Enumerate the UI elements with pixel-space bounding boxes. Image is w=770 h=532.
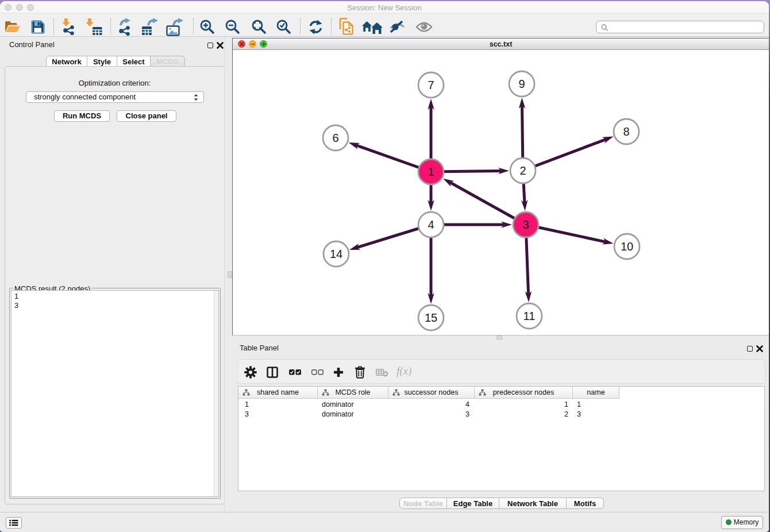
svg-text:4: 4 bbox=[428, 218, 434, 231]
svg-text:14: 14 bbox=[330, 248, 342, 260]
svg-text:11: 11 bbox=[523, 310, 536, 322]
svg-text:3: 3 bbox=[522, 218, 529, 231]
svg-text:2: 2 bbox=[519, 164, 526, 177]
svg-text:8: 8 bbox=[623, 125, 629, 138]
svg-text:1: 1 bbox=[428, 165, 434, 178]
svg-text:6: 6 bbox=[332, 132, 338, 144]
svg-text:9: 9 bbox=[518, 78, 525, 90]
svg-text:10: 10 bbox=[621, 240, 633, 253]
svg-text:15: 15 bbox=[425, 311, 437, 324]
svg-text:7: 7 bbox=[428, 79, 434, 91]
